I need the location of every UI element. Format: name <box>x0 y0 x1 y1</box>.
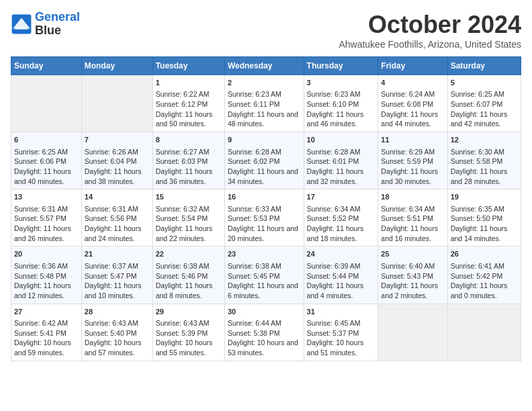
sunset-text: Sunset: 5:56 PM <box>85 214 150 224</box>
day-number: 20 <box>14 249 79 259</box>
daylight-text: Daylight: 10 hours and 57 minutes. <box>85 338 150 357</box>
sunrise-text: Sunrise: 6:38 AM <box>156 261 222 271</box>
week-row-3: 13Sunrise: 6:31 AMSunset: 5:57 PMDayligh… <box>11 189 521 246</box>
calendar-cell: 26Sunrise: 6:41 AMSunset: 5:42 PMDayligh… <box>447 246 521 304</box>
weekday-header-thursday: Thursday <box>304 57 378 75</box>
sunrise-text: Sunrise: 6:24 AM <box>381 89 444 99</box>
sunset-text: Sunset: 5:46 PM <box>156 271 222 281</box>
calendar-cell: 13Sunrise: 6:31 AMSunset: 5:57 PMDayligh… <box>11 189 82 246</box>
calendar-cell: 31Sunrise: 6:45 AMSunset: 5:37 PMDayligh… <box>304 304 378 361</box>
day-number: 21 <box>85 249 150 259</box>
daylight-text: Daylight: 11 hours and 10 minutes. <box>85 281 150 300</box>
daylight-text: Daylight: 11 hours and 26 minutes. <box>14 224 79 243</box>
sunrise-text: Sunrise: 6:33 AM <box>228 204 301 214</box>
day-number: 22 <box>156 249 222 259</box>
sunset-text: Sunset: 6:07 PM <box>451 99 518 109</box>
day-number: 28 <box>85 307 150 317</box>
sunset-text: Sunset: 5:43 PM <box>381 271 444 281</box>
calendar-cell: 29Sunrise: 6:43 AMSunset: 5:39 PMDayligh… <box>152 304 224 361</box>
sunrise-text: Sunrise: 6:40 AM <box>381 261 444 271</box>
title-area: October 2024 Ahwatukee Foothills, Arizon… <box>339 11 521 50</box>
daylight-text: Daylight: 11 hours and 40 minutes. <box>14 167 79 186</box>
week-row-1: 1Sunrise: 6:22 AMSunset: 6:12 PMDaylight… <box>11 75 521 132</box>
day-number: 4 <box>381 78 444 88</box>
day-number: 5 <box>451 78 518 88</box>
sunrise-text: Sunrise: 6:28 AM <box>307 147 375 157</box>
calendar-cell <box>447 304 521 361</box>
weekday-header-sunday: Sunday <box>11 57 82 75</box>
calendar-cell: 8Sunrise: 6:27 AMSunset: 6:03 PMDaylight… <box>152 132 224 189</box>
sunrise-text: Sunrise: 6:31 AM <box>85 204 150 214</box>
day-number: 9 <box>228 135 301 145</box>
sunrise-text: Sunrise: 6:27 AM <box>156 147 222 157</box>
sunset-text: Sunset: 5:58 PM <box>451 156 518 167</box>
sunset-text: Sunset: 6:11 PM <box>228 99 301 109</box>
calendar-cell: 24Sunrise: 6:39 AMSunset: 5:44 PMDayligh… <box>304 246 378 304</box>
sunset-text: Sunset: 5:48 PM <box>14 271 79 281</box>
calendar-cell: 3Sunrise: 6:23 AMSunset: 6:10 PMDaylight… <box>304 75 378 132</box>
day-number: 14 <box>85 192 150 202</box>
calendar-cell: 10Sunrise: 6:28 AMSunset: 6:01 PMDayligh… <box>304 132 378 189</box>
daylight-text: Daylight: 11 hours and 28 minutes. <box>451 167 518 186</box>
daylight-text: Daylight: 11 hours and 4 minutes. <box>307 281 375 300</box>
calendar-cell: 23Sunrise: 6:38 AMSunset: 5:45 PMDayligh… <box>224 246 304 304</box>
day-number: 2 <box>228 78 301 88</box>
location: Ahwatukee Foothills, Arizona, United Sta… <box>339 39 521 50</box>
day-number: 31 <box>307 307 375 317</box>
sunset-text: Sunset: 5:38 PM <box>228 328 301 338</box>
day-number: 25 <box>381 249 444 259</box>
weekday-header-friday: Friday <box>378 57 447 75</box>
sunrise-text: Sunrise: 6:31 AM <box>14 204 79 214</box>
calendar-cell: 1Sunrise: 6:22 AMSunset: 6:12 PMDaylight… <box>152 75 224 132</box>
calendar-cell: 30Sunrise: 6:44 AMSunset: 5:38 PMDayligh… <box>224 304 304 361</box>
daylight-text: Daylight: 11 hours and 48 minutes. <box>228 109 301 129</box>
day-number: 12 <box>451 135 518 145</box>
calendar-cell: 11Sunrise: 6:29 AMSunset: 5:59 PMDayligh… <box>378 132 447 189</box>
day-number: 13 <box>14 192 79 202</box>
sunrise-text: Sunrise: 6:42 AM <box>14 318 79 328</box>
sunset-text: Sunset: 5:50 PM <box>451 214 518 224</box>
logo-icon <box>11 13 32 35</box>
sunrise-text: Sunrise: 6:43 AM <box>156 318 222 328</box>
sunset-text: Sunset: 6:08 PM <box>381 99 444 109</box>
calendar-cell: 6Sunrise: 6:25 AMSunset: 6:06 PMDaylight… <box>11 132 82 189</box>
sunrise-text: Sunrise: 6:41 AM <box>451 261 518 271</box>
daylight-text: Daylight: 11 hours and 24 minutes. <box>85 224 150 243</box>
day-number: 7 <box>85 135 150 145</box>
day-number: 10 <box>307 135 375 145</box>
calendar-cell: 20Sunrise: 6:36 AMSunset: 5:48 PMDayligh… <box>11 246 82 304</box>
calendar-cell: 5Sunrise: 6:25 AMSunset: 6:07 PMDaylight… <box>447 75 521 132</box>
daylight-text: Daylight: 11 hours and 0 minutes. <box>451 281 518 300</box>
day-number: 24 <box>307 249 375 259</box>
sunrise-text: Sunrise: 6:29 AM <box>381 147 444 157</box>
daylight-text: Daylight: 11 hours and 8 minutes. <box>156 281 222 300</box>
sunrise-text: Sunrise: 6:44 AM <box>228 318 301 328</box>
day-number: 17 <box>307 192 375 202</box>
daylight-text: Daylight: 11 hours and 46 minutes. <box>307 109 375 129</box>
day-number: 23 <box>228 249 301 259</box>
sunrise-text: Sunrise: 6:30 AM <box>451 147 518 157</box>
sunrise-text: Sunrise: 6:25 AM <box>451 89 518 99</box>
sunrise-text: Sunrise: 6:45 AM <box>307 318 375 328</box>
calendar-cell: 27Sunrise: 6:42 AMSunset: 5:41 PMDayligh… <box>11 304 82 361</box>
sunset-text: Sunset: 5:37 PM <box>307 328 375 338</box>
sunrise-text: Sunrise: 6:43 AM <box>85 318 150 328</box>
day-number: 8 <box>156 135 222 145</box>
sunset-text: Sunset: 6:10 PM <box>307 99 375 109</box>
sunrise-text: Sunrise: 6:23 AM <box>228 89 301 99</box>
sunrise-text: Sunrise: 6:32 AM <box>156 204 222 214</box>
sunrise-text: Sunrise: 6:28 AM <box>228 147 301 157</box>
daylight-text: Daylight: 11 hours and 42 minutes. <box>451 109 518 129</box>
calendar-cell: 7Sunrise: 6:26 AMSunset: 6:04 PMDaylight… <box>81 132 152 189</box>
sunset-text: Sunset: 5:44 PM <box>307 271 375 281</box>
day-number: 15 <box>156 192 222 202</box>
calendar-cell: 14Sunrise: 6:31 AMSunset: 5:56 PMDayligh… <box>81 189 152 246</box>
weekday-header-row: SundayMondayTuesdayWednesdayThursdayFrid… <box>11 57 521 75</box>
sunset-text: Sunset: 6:06 PM <box>14 156 79 167</box>
sunset-text: Sunset: 5:53 PM <box>228 214 301 224</box>
sunset-text: Sunset: 5:39 PM <box>156 328 222 338</box>
calendar-cell: 19Sunrise: 6:35 AMSunset: 5:50 PMDayligh… <box>447 189 521 246</box>
sunset-text: Sunset: 5:54 PM <box>156 214 222 224</box>
sunrise-text: Sunrise: 6:34 AM <box>307 204 375 214</box>
sunset-text: Sunset: 5:42 PM <box>451 271 518 281</box>
